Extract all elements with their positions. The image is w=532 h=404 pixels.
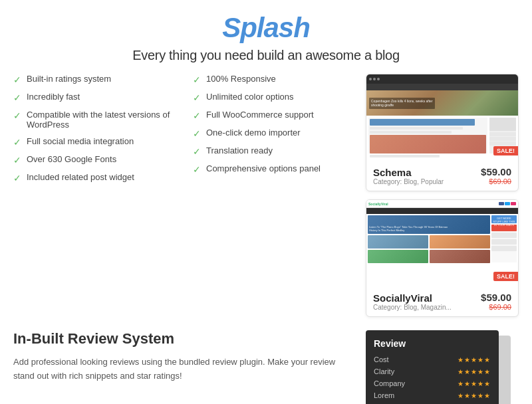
feature-label: Built-in ratings system — [27, 74, 111, 84]
product-price: $59.00 $69.00 — [481, 166, 511, 185]
check-icon: ✓ — [13, 92, 21, 103]
feature-item: ✓ One-click demo importer — [193, 128, 359, 139]
review-text: In-Built Review System Add professional … — [13, 330, 366, 383]
logo-rest: plash — [240, 12, 310, 43]
feature-label: One-click demo importer — [206, 128, 301, 138]
review-description: Add professional looking reviews using t… — [13, 355, 352, 383]
schema-screenshot: Copenhagen Zoo kills 4 lions, weeks afte… — [366, 74, 518, 161]
check-icon: ✓ — [193, 128, 201, 139]
product-category: Category: Blog, Popular — [373, 178, 444, 185]
feature-label: Full WooCommerce support — [206, 110, 314, 120]
feature-item: ✓ 100% Responsive — [193, 74, 359, 85]
feature-item: ✓ Full WooCommerce support — [193, 110, 359, 121]
feature-label: Unlimited color options — [206, 92, 294, 102]
feature-label: Translation ready — [206, 146, 273, 155]
check-icon: ✓ — [193, 164, 201, 175]
feature-item: ✓ Built-in ratings system — [13, 74, 180, 85]
review-label: Cost — [374, 355, 389, 363]
check-icon: ✓ — [13, 137, 21, 148]
feature-item: ✓ Compatible with the latest versions of… — [13, 110, 180, 130]
stars-icon: ★★★★★ — [458, 368, 491, 375]
review-widget: Review Cost ★★★★★ Clarity ★★★★★ Company … — [366, 330, 519, 404]
check-icon: ✓ — [13, 155, 21, 165]
feature-label: Over 630 Google Fonts — [27, 154, 116, 164]
review-row: Cost ★★★★★ — [374, 355, 491, 363]
page-header: Splash Every thing you need build an awe… — [0, 0, 532, 70]
review-label: Company — [374, 379, 405, 387]
feature-item: ✓ Over 630 Google Fonts — [13, 154, 180, 165]
review-row: Clarity ★★★★★ — [374, 367, 491, 375]
stars-icon: ★★★★★ — [458, 356, 491, 363]
feature-item: ✓ Included related post widget — [13, 172, 180, 183]
bottom-section: In-Built Review System Add professional … — [0, 317, 532, 404]
price-original: $69.00 — [481, 177, 511, 185]
products-column: Copenhagen Zoo kills 4 lions, weeks afte… — [359, 74, 519, 317]
sale-badge: SALE! — [493, 272, 518, 281]
feature-item: ✓ Full social media integration — [13, 136, 180, 148]
feature-label: Incredibly fast — [27, 92, 80, 102]
product-name: Schema — [373, 167, 444, 178]
product-card-schema[interactable]: Copenhagen Zoo kills 4 lions, weeks afte… — [366, 74, 519, 191]
logo: Splash — [0, 12, 532, 44]
product-info: Schema Category: Blog, Popular $59.00 $6… — [366, 161, 518, 191]
review-label: Lorem — [374, 391, 394, 399]
feature-label: Included related post widget — [27, 172, 134, 182]
feature-item: ✓ Comprehensive options panel — [193, 163, 359, 175]
product-card-sociallyviral[interactable]: SociallyViral Listen To "The Piano Boys"… — [366, 199, 519, 317]
stars-icon: ★★★★★ — [458, 380, 491, 387]
review-row: Company ★★★★★ — [374, 379, 491, 387]
product-category: Category: Blog, Magazin... — [373, 304, 452, 311]
check-icon: ✓ — [13, 173, 21, 183]
review-label: Clarity — [374, 367, 394, 375]
sociallyviral-screenshot: SociallyViral Listen To "The Piano Boys"… — [366, 200, 518, 286]
check-icon: ✓ — [193, 74, 201, 85]
review-card-title: Review — [374, 338, 491, 349]
review-row: Lorem ★★★★★ — [374, 391, 491, 399]
check-icon: ✓ — [193, 110, 201, 121]
feature-label: Compatible with the latest versions of W… — [27, 110, 180, 130]
feature-label: Comprehensive options panel — [206, 163, 321, 173]
feature-item: ✓ Unlimited color options — [193, 92, 359, 103]
product-info: SociallyViral Category: Blog, Magazin...… — [366, 286, 518, 316]
price-current: $59.00 — [481, 166, 511, 177]
review-card: Review Cost ★★★★★ Clarity ★★★★★ Company … — [366, 330, 499, 404]
logo-accent: S — [222, 12, 240, 43]
check-icon: ✓ — [13, 110, 21, 121]
features-right-column: ✓ 100% Responsive ✓ Unlimited color opti… — [186, 74, 359, 317]
feature-label: 100% Responsive — [206, 74, 276, 84]
check-icon: ✓ — [13, 74, 21, 85]
check-icon: ✓ — [193, 146, 201, 157]
product-name: SociallyViral — [373, 292, 452, 304]
review-section-title: In-Built Review System — [13, 330, 352, 348]
price-current: $59.00 — [481, 292, 511, 303]
sale-badge: SALE! — [493, 146, 518, 155]
price-original: $69.00 — [481, 303, 511, 311]
feature-item: ✓ Incredibly fast — [13, 92, 180, 103]
feature-label: Full social media integration — [27, 136, 134, 146]
features-left-column: ✓ Built-in ratings system ✓ Incredibly f… — [13, 74, 186, 317]
tagline: Every thing you need build an awesome a … — [0, 48, 532, 63]
check-icon: ✓ — [193, 92, 201, 103]
feature-item: ✓ Translation ready — [193, 146, 359, 157]
product-price: $59.00 $69.00 — [481, 292, 511, 311]
stars-icon: ★★★★★ — [458, 392, 491, 399]
